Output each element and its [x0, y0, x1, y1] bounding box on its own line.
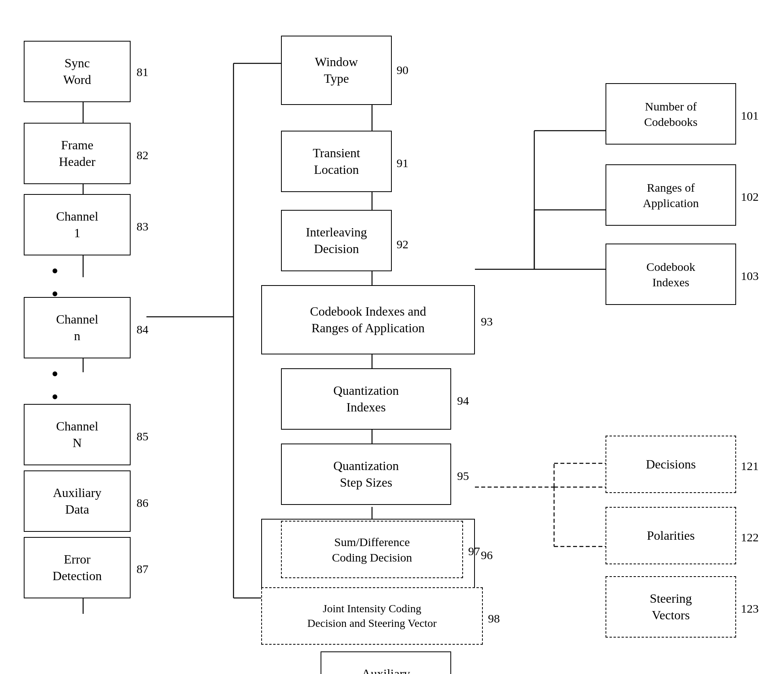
- codebook-indexes-right-box: CodebookIndexes: [606, 244, 736, 305]
- quantization-step-number: 95: [457, 469, 469, 483]
- channel-n-box: Channeln: [24, 297, 131, 358]
- interleaving-decision-box: InterleavingDecision: [281, 210, 392, 271]
- channel-N-label: ChannelN: [56, 418, 99, 451]
- quantization-indexes-label: QuantizationIndexes: [333, 383, 399, 415]
- polarities-box: Polarities: [606, 507, 736, 564]
- joint-intensity-label: Joint Intensity CodingDecision and Steer…: [308, 602, 437, 630]
- sync-word-label: SyncWord: [63, 55, 91, 88]
- channel-n-label: Channeln: [56, 311, 99, 344]
- sum-difference-coding-label: Sum/DifferenceCoding Decision: [332, 534, 412, 565]
- arbitrary-resolution-number: 96: [481, 548, 493, 562]
- error-detection-number: 87: [137, 562, 148, 576]
- error-detection-box: ErrorDetection: [24, 537, 131, 598]
- transient-location-label: TransientLocation: [313, 145, 360, 178]
- interleaving-decision-number: 92: [397, 238, 408, 251]
- polarities-number: 122: [741, 531, 759, 544]
- number-of-codebooks-box: Number ofCodebooks: [606, 83, 736, 145]
- codebook-indexes-ranges-number: 93: [481, 315, 493, 328]
- sync-word-number: 81: [137, 65, 148, 79]
- window-type-box: WindowType: [281, 36, 392, 105]
- frame-header-number: 82: [137, 149, 148, 162]
- channel-1-label: Channel1: [56, 208, 99, 241]
- codebook-indexes-right-number: 103: [741, 269, 759, 283]
- joint-intensity-number: 98: [488, 612, 500, 625]
- channel-n-number: 84: [137, 323, 148, 336]
- codebook-indexes-ranges-label: Codebook Indexes andRanges of Applicatio…: [310, 303, 426, 336]
- frame-header-label: FrameHeader: [59, 137, 95, 170]
- auxiliary-data-left-box: AuxiliaryData: [24, 470, 131, 532]
- number-of-codebooks-label: Number ofCodebooks: [644, 99, 698, 129]
- window-type-label: WindowType: [315, 54, 358, 87]
- channel-N-box: ChannelN: [24, 404, 131, 465]
- sync-word-box: SyncWord: [24, 41, 131, 102]
- ranges-of-application-box: Ranges ofApplication: [606, 164, 736, 226]
- steering-vectors-box: SteeringVectors: [606, 576, 736, 638]
- ranges-of-application-label: Ranges ofApplication: [643, 180, 699, 211]
- decisions-label: Decisions: [646, 456, 696, 473]
- frame-header-box: FrameHeader: [24, 123, 131, 184]
- auxiliary-data-center-box: AuxiliaryData: [321, 651, 451, 674]
- channel-N-number: 85: [137, 430, 148, 443]
- quantization-indexes-number: 94: [457, 394, 469, 407]
- window-type-number: 90: [397, 63, 408, 77]
- channel-1-number: 83: [137, 220, 148, 233]
- auxiliary-data-center-label: AuxiliaryData: [362, 666, 410, 674]
- ranges-of-application-number: 102: [741, 190, 759, 204]
- steering-vectors-label: SteeringVectors: [650, 590, 692, 623]
- decisions-box: Decisions: [606, 436, 736, 493]
- sum-difference-coding-box: Sum/DifferenceCoding Decision: [281, 521, 463, 578]
- quantization-indexes-box: QuantizationIndexes: [281, 368, 451, 430]
- diagram-container: SyncWord 81 FrameHeader 82 Channel1 83 •…: [0, 0, 784, 674]
- sum-difference-number: 97: [468, 545, 480, 558]
- auxiliary-data-left-label: AuxiliaryData: [53, 485, 102, 518]
- polarities-label: Polarities: [647, 527, 695, 544]
- transient-location-box: TransientLocation: [281, 131, 392, 192]
- interleaving-decision-label: InterleavingDecision: [306, 224, 367, 257]
- channel-1-box: Channel1: [24, 194, 131, 255]
- transient-location-number: 91: [397, 156, 408, 170]
- decisions-number: 121: [741, 459, 759, 473]
- number-of-codebooks-number: 101: [741, 109, 759, 122]
- steering-vectors-number: 123: [741, 602, 759, 615]
- codebook-indexes-ranges-box: Codebook Indexes andRanges of Applicatio…: [261, 285, 475, 354]
- quantization-step-label: QuantizationStep Sizes: [333, 458, 399, 491]
- codebook-indexes-right-label: CodebookIndexes: [646, 259, 695, 290]
- quantization-step-box: QuantizationStep Sizes: [281, 444, 451, 505]
- error-detection-label: ErrorDetection: [53, 551, 102, 584]
- auxiliary-data-left-number: 86: [137, 496, 148, 510]
- joint-intensity-coding-box: Joint Intensity CodingDecision and Steer…: [261, 587, 483, 645]
